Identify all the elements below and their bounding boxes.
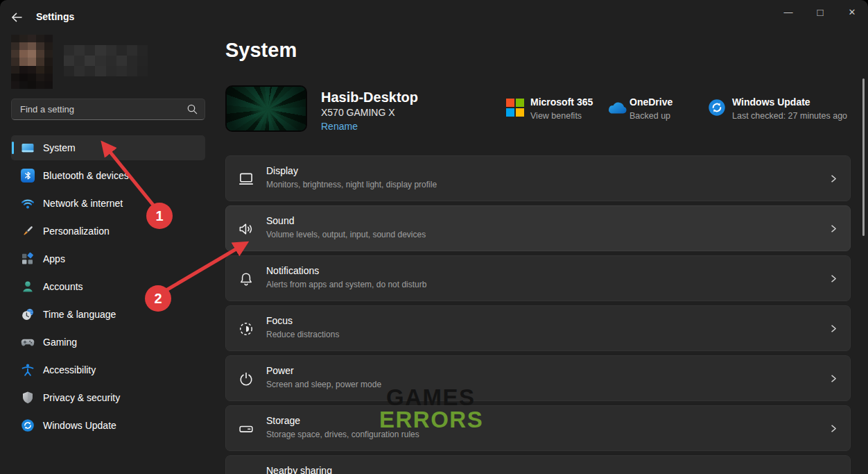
- card-title: Power: [266, 365, 294, 376]
- sidebar-label: Privacy & security: [43, 392, 120, 403]
- minimize-button[interactable]: —: [772, 0, 804, 24]
- maximize-icon: □: [817, 6, 823, 18]
- storage-icon: [237, 420, 255, 438]
- status-title: Windows Update: [732, 96, 810, 108]
- chevron-right-icon: [828, 273, 839, 284]
- card-subtitle: Reduce distractions: [266, 330, 339, 339]
- notifications-icon: [237, 270, 255, 288]
- card-notifications[interactable]: Notifications Alerts from apps and syste…: [225, 255, 851, 301]
- user-avatar-blurred[interactable]: [11, 35, 53, 89]
- maximize-button[interactable]: □: [804, 0, 836, 24]
- sidebar-item-system[interactable]: System: [11, 135, 205, 160]
- card-title: Sound: [266, 215, 294, 226]
- sidebar-label: Accessibility: [43, 364, 96, 375]
- windows-update-icon: [21, 418, 35, 432]
- ms-square-red: [506, 99, 514, 107]
- status-subtitle: Backed up: [630, 111, 670, 121]
- sidebar-item-windows-update[interactable]: Windows Update: [11, 413, 205, 438]
- search-icon[interactable]: [186, 103, 198, 115]
- time-language-icon: [21, 307, 35, 321]
- ms-square-green: [516, 99, 524, 107]
- sidebar-label: Personalization: [43, 226, 110, 237]
- focus-icon: [237, 320, 255, 338]
- search-box: [11, 99, 205, 120]
- page-title: System: [225, 39, 297, 62]
- nearby-sharing-icon: [237, 470, 255, 474]
- settings-window: Settings — □ ✕ System: [0, 0, 868, 474]
- card-display[interactable]: Display Monitors, brightness, night ligh…: [225, 155, 851, 201]
- chevron-right-icon: [828, 223, 839, 234]
- card-subtitle: Screen and sleep, power mode: [266, 380, 381, 389]
- card-subtitle: Monitors, brightness, night light, displ…: [266, 180, 437, 189]
- sound-icon: [237, 220, 255, 238]
- chevron-right-icon: [828, 423, 839, 434]
- status-subtitle: View benefits: [530, 111, 582, 121]
- sidebar-label: Bluetooth & devices: [43, 170, 129, 181]
- personalization-icon: [21, 224, 35, 238]
- sidebar-item-time-language[interactable]: Time & language: [11, 302, 205, 327]
- device-name: Hasib-Desktop: [321, 90, 418, 105]
- sidebar-label: Time & language: [43, 309, 116, 320]
- ms-square-yellow: [516, 108, 524, 117]
- privacy-security-icon: [21, 391, 35, 405]
- windows-update-icon: [708, 99, 726, 117]
- power-icon: [237, 370, 255, 388]
- sidebar-label: System: [43, 142, 76, 153]
- window-title: Settings: [36, 11, 74, 22]
- gaming-icon: [21, 335, 35, 349]
- back-button[interactable]: [8, 8, 26, 26]
- device-model: X570 GAMING X: [321, 107, 395, 118]
- card-title: Nearby sharing: [266, 465, 332, 474]
- card-title: Focus: [266, 315, 293, 326]
- card-subtitle: Alerts from apps and system, do not dist…: [266, 280, 426, 289]
- status-title: OneDrive: [630, 96, 672, 108]
- accessibility-icon: [21, 363, 35, 377]
- sidebar-item-network-internet[interactable]: Network & internet: [11, 191, 205, 216]
- card-sound[interactable]: Sound Volume levels, output, input, soun…: [225, 205, 851, 251]
- back-arrow-icon: [10, 10, 24, 24]
- ms-square-blue: [506, 108, 514, 117]
- status-subtitle: Last checked: 27 minutes ago: [732, 111, 847, 121]
- status-title: Microsoft 365: [530, 96, 593, 108]
- sidebar-item-personalization[interactable]: Personalization: [11, 219, 205, 244]
- sidebar-label: Apps: [43, 253, 65, 264]
- onedrive-icon: [605, 100, 629, 117]
- sidebar-item-apps[interactable]: Apps: [11, 246, 205, 271]
- chevron-right-icon: [828, 323, 839, 334]
- search-input[interactable]: [12, 99, 186, 119]
- sidebar-item-bluetooth-devices[interactable]: Bluetooth & devices: [11, 163, 205, 188]
- network-icon: [21, 196, 35, 210]
- card-title: Notifications: [266, 265, 319, 276]
- card-title: Storage: [266, 415, 300, 426]
- device-wallpaper-thumbnail: [225, 85, 307, 132]
- sidebar-item-privacy-security[interactable]: Privacy & security: [11, 385, 205, 410]
- minimize-icon: —: [784, 7, 793, 17]
- rename-link[interactable]: Rename: [321, 121, 358, 132]
- apps-icon: [21, 252, 35, 266]
- card-nearby-sharing[interactable]: Nearby sharing: [225, 455, 851, 474]
- microsoft-365-icon: [506, 99, 524, 117]
- card-power[interactable]: Power Screen and sleep, power mode: [225, 355, 851, 401]
- card-subtitle: Volume levels, output, input, sound devi…: [266, 230, 426, 239]
- system-icon: [21, 141, 35, 155]
- close-button[interactable]: ✕: [836, 0, 868, 24]
- card-storage[interactable]: Storage Storage space, drives, configura…: [225, 405, 851, 451]
- watermark-games: GAMES: [386, 386, 476, 409]
- window-controls: — □ ✕: [772, 0, 868, 24]
- card-title: Display: [266, 165, 298, 176]
- chevron-right-icon: [828, 373, 839, 384]
- watermark-errors: ERRORS: [379, 408, 483, 431]
- sidebar-item-accounts[interactable]: Accounts: [11, 274, 205, 299]
- sidebar-label: Gaming: [43, 337, 77, 348]
- sidebar-item-gaming[interactable]: Gaming: [11, 330, 205, 355]
- close-icon: ✕: [849, 7, 856, 17]
- sidebar-label: Network & internet: [43, 198, 123, 209]
- sidebar-item-accessibility[interactable]: Accessibility: [11, 357, 205, 382]
- user-name-blurred: [64, 45, 148, 76]
- sidebar-label: Accounts: [43, 281, 83, 292]
- vertical-scrollbar[interactable]: [862, 78, 865, 236]
- display-icon: [237, 170, 255, 188]
- selected-accent-bar: [12, 142, 14, 154]
- chevron-right-icon: [828, 173, 839, 184]
- card-focus[interactable]: Focus Reduce distractions: [225, 305, 851, 351]
